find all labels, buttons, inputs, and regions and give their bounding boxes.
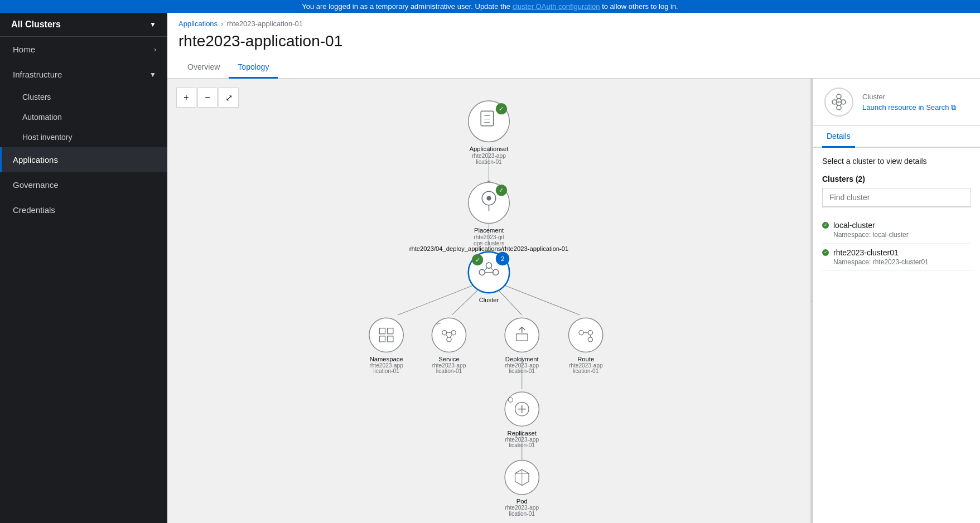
cluster-status-green-local xyxy=(822,222,829,229)
node-applicationset[interactable]: ✓ Applicationset rhte2023-app lication-0… xyxy=(469,101,510,165)
svg-text:Route: Route xyxy=(577,356,594,362)
svg-text:Replicaset: Replicaset xyxy=(508,430,537,437)
svg-text:Applicationset: Applicationset xyxy=(470,146,509,152)
cluster-namespace-local: Namespace: local-cluster xyxy=(822,231,971,239)
sidebar-item-credentials[interactable]: Credentials xyxy=(0,197,167,222)
cluster-path-label: rhte2023/04_deploy_applications/rhte2023… xyxy=(409,245,569,252)
node-replicaset[interactable]: Replicaset rhte2023-app lication-01 xyxy=(505,392,539,448)
launch-resource-link[interactable]: Launch resource in Search ⧉ xyxy=(862,103,956,112)
svg-point-31 xyxy=(369,318,403,352)
svg-text:rhte2023-app: rhte2023-app xyxy=(472,153,506,159)
svg-point-49 xyxy=(505,318,539,352)
sidebar-item-infrastructure[interactable]: Infrastructure ▼ xyxy=(0,62,167,87)
infrastructure-chevron-icon: ▼ xyxy=(149,71,156,79)
svg-text:2: 2 xyxy=(501,255,504,262)
home-chevron-icon: › xyxy=(154,46,156,54)
tab-topology[interactable]: Topology xyxy=(229,57,278,79)
svg-text:lication-01: lication-01 xyxy=(476,159,502,165)
cluster-namespace-rhte: Namespace: rhte2023-cluster01 xyxy=(822,258,971,266)
topology-area[interactable]: + − ⤢ xyxy=(167,79,810,523)
cluster-selector-chevron-icon: ▼ xyxy=(149,21,156,28)
clusters-count: Clusters (2) xyxy=(822,175,971,183)
sidebar-item-applications[interactable]: Applications xyxy=(0,147,167,172)
svg-point-15 xyxy=(486,196,491,200)
right-panel-tabs: Details xyxy=(813,126,980,148)
cluster-status-green-rhte xyxy=(822,249,829,256)
svg-text:Placement: Placement xyxy=(474,227,504,234)
svg-text:lication-01: lication-01 xyxy=(373,368,399,374)
node-pod[interactable]: Pod rhte2023-app lication-01 xyxy=(505,461,539,517)
select-cluster-message: Select a cluster to view details xyxy=(822,157,971,166)
node-route[interactable]: Route rhte2023-app lication-01 xyxy=(569,318,603,374)
sidebar-item-home[interactable]: Home › xyxy=(0,37,167,62)
node-placement[interactable]: ✓ Placement rhte2023-git ops-clusters xyxy=(469,182,510,246)
oauth-config-link[interactable]: cluster OAuth configuration xyxy=(513,2,600,11)
zoom-in-button[interactable]: + xyxy=(176,88,196,108)
tab-overview[interactable]: Overview xyxy=(178,57,229,79)
svg-text:Service: Service xyxy=(438,356,459,362)
breadcrumb: Applications › rhte2023-application-01 xyxy=(167,13,980,30)
svg-text:lication-01: lication-01 xyxy=(509,368,535,374)
top-banner: You are logged in as a temporary adminis… xyxy=(0,0,980,13)
content-panel-area: + − ⤢ xyxy=(167,79,980,523)
zoom-fit-button[interactable]: ⤢ xyxy=(219,88,239,108)
svg-text:Pod: Pod xyxy=(516,498,528,505)
zoom-out-button[interactable]: − xyxy=(197,88,218,108)
svg-text:lication-01: lication-01 xyxy=(509,511,535,517)
svg-point-81 xyxy=(837,94,841,99)
svg-line-85 xyxy=(840,99,842,100)
breadcrumb-parent-link[interactable]: Applications xyxy=(178,20,218,28)
right-panel-header-text: Cluster Launch resource in Search ⧉ xyxy=(862,93,956,112)
svg-text:✓: ✓ xyxy=(499,187,504,193)
node-deployment[interactable]: Deployment rhte2023-app lication-01 xyxy=(505,318,539,374)
sidebar-item-host-inventory[interactable]: Host inventory xyxy=(0,127,167,147)
cluster-icon-circle xyxy=(824,88,853,117)
sidebar: All Clusters ▼ Home › Infrastructure ▼ C… xyxy=(0,13,167,523)
right-panel-tab-details[interactable]: Details xyxy=(822,126,855,148)
cluster-network-icon xyxy=(830,93,848,111)
svg-text:✓: ✓ xyxy=(499,105,504,112)
svg-point-55 xyxy=(569,318,603,352)
right-panel: Cluster Launch resource in Search ⧉ Deta… xyxy=(813,79,980,523)
cluster-selector[interactable]: All Clusters ▼ xyxy=(0,13,167,37)
svg-point-79 xyxy=(832,100,837,104)
breadcrumb-separator: › xyxy=(221,20,223,28)
svg-text:✓: ✓ xyxy=(475,256,480,263)
svg-point-82 xyxy=(837,105,841,110)
edge-cluster-route xyxy=(500,284,580,315)
sidebar-item-automation[interactable]: Automation xyxy=(0,107,167,127)
sidebar-item-governance[interactable]: Governance xyxy=(0,172,167,197)
svg-line-84 xyxy=(836,99,838,100)
svg-point-39 xyxy=(432,318,466,352)
zoom-controls: + − ⤢ xyxy=(176,88,239,108)
topology-svg: ✓ Applicationset rhte2023-app lication-0… xyxy=(167,79,810,523)
find-cluster-input[interactable] xyxy=(822,188,971,207)
node-namespace[interactable]: Namespace rhte2023-app lication-01 xyxy=(369,318,403,374)
svg-text:lication-01: lication-01 xyxy=(436,368,462,374)
svg-text:Namespace: Namespace xyxy=(370,356,403,362)
svg-text:Cluster: Cluster xyxy=(479,297,499,303)
right-panel-body: Select a cluster to view details Cluster… xyxy=(813,148,980,523)
right-panel-header: Cluster Launch resource in Search ⧉ xyxy=(813,79,980,126)
svg-text:rhte2023-git: rhte2023-git xyxy=(474,234,504,240)
svg-line-86 xyxy=(836,104,838,105)
svg-text:lication-01: lication-01 xyxy=(573,368,599,374)
cluster-list-item-rhte[interactable]: rhte2023-cluster01 Namespace: rhte2023-c… xyxy=(822,244,971,271)
sidebar-item-clusters[interactable]: Clusters xyxy=(0,87,167,107)
svg-point-80 xyxy=(841,100,846,104)
svg-line-87 xyxy=(840,104,842,105)
cluster-list-item-local[interactable]: local-cluster Namespace: local-cluster xyxy=(822,216,971,244)
page-title: rhte2023-application-01 xyxy=(167,30,980,57)
edge-cluster-namespace xyxy=(398,284,477,315)
svg-text:lication-01: lication-01 xyxy=(509,442,535,448)
external-link-icon: ⧉ xyxy=(951,103,956,112)
main-content: Applications › rhte2023-application-01 r… xyxy=(167,13,980,523)
svg-text:Deployment: Deployment xyxy=(505,356,539,362)
tabs-bar: Overview Topology xyxy=(167,57,980,79)
node-service[interactable]: Service rhte2023-app lication-01 xyxy=(432,318,466,374)
